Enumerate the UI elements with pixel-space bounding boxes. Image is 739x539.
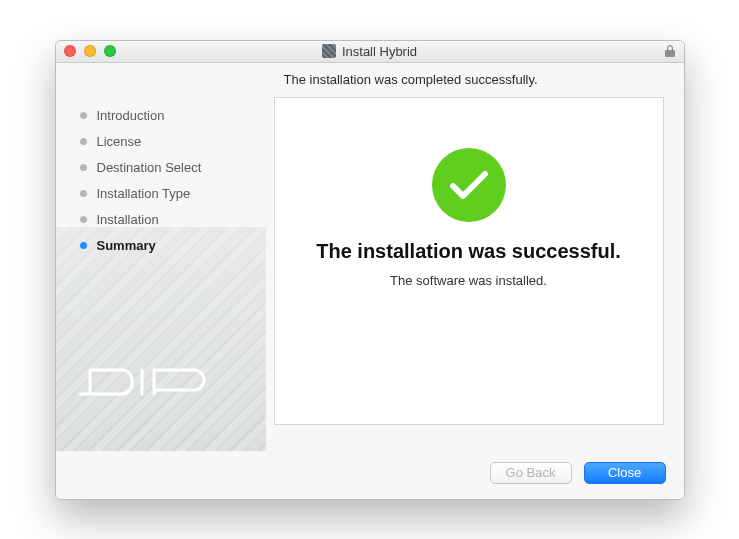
success-check-icon: [432, 148, 506, 222]
close-button[interactable]: Close: [584, 462, 666, 484]
success-title: The installation was successful.: [316, 240, 621, 263]
step-label: Installation: [97, 212, 159, 227]
bullet-icon: [80, 164, 87, 171]
bullet-icon: [80, 138, 87, 145]
page-heading: The installation was completed successfu…: [56, 63, 684, 97]
content-row: Introduction License Destination Select …: [56, 97, 684, 451]
step-list: Introduction License Destination Select …: [80, 103, 266, 259]
step-label: Introduction: [97, 108, 165, 123]
window-body: The installation was completed successfu…: [56, 63, 684, 499]
title-wrap: Install Hybrid: [56, 44, 684, 59]
step-destination-select: Destination Select: [80, 155, 266, 181]
step-installation: Installation: [80, 207, 266, 233]
zoom-window-button[interactable]: [104, 45, 116, 57]
installer-window: Install Hybrid The installation was comp…: [55, 40, 685, 500]
window-controls: [64, 45, 116, 57]
bullet-icon: [80, 112, 87, 119]
brand-logo: [78, 356, 218, 406]
window-title: Install Hybrid: [342, 44, 417, 59]
sidebar: Introduction License Destination Select …: [56, 97, 266, 451]
step-label: Installation Type: [97, 186, 191, 201]
summary-panel: The installation was successful. The sof…: [274, 97, 664, 425]
minimize-window-button[interactable]: [84, 45, 96, 57]
step-summary: Summary: [80, 233, 266, 259]
bullet-icon: [80, 216, 87, 223]
step-label: License: [97, 134, 142, 149]
footer: Go Back Close: [56, 451, 684, 499]
close-window-button[interactable]: [64, 45, 76, 57]
step-license: License: [80, 129, 266, 155]
bullet-icon: [80, 242, 87, 249]
lock-icon: [664, 44, 676, 58]
sidebar-texture: [56, 227, 266, 451]
step-label: Summary: [97, 238, 156, 253]
success-subtitle: The software was installed.: [390, 273, 547, 288]
go-back-button: Go Back: [490, 462, 572, 484]
step-label: Destination Select: [97, 160, 202, 175]
bullet-icon: [80, 190, 87, 197]
step-installation-type: Installation Type: [80, 181, 266, 207]
step-introduction: Introduction: [80, 103, 266, 129]
titlebar: Install Hybrid: [56, 41, 684, 63]
package-icon: [322, 44, 336, 58]
